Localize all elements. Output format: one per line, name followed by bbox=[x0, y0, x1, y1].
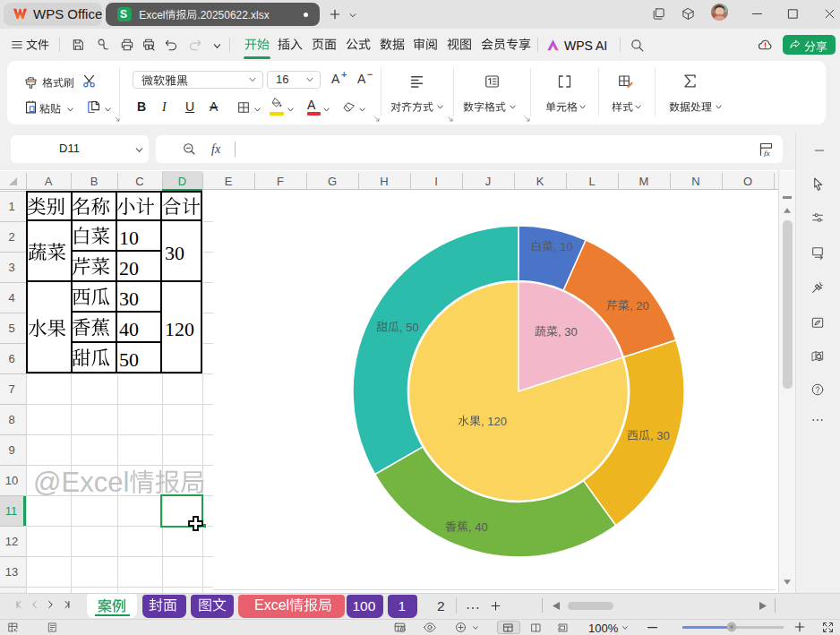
svg-text:.20250622.xlsx: .20250622.xlsx bbox=[197, 9, 269, 21]
svg-text:, 40: , 40 bbox=[468, 520, 488, 534]
svg-text:, 20: , 20 bbox=[630, 299, 649, 313]
svg-text:@Excel: @Excel bbox=[33, 467, 129, 498]
svg-text:, 30: , 30 bbox=[558, 325, 578, 339]
svg-text:, 10: , 10 bbox=[553, 240, 573, 253]
svg-text:, 120: , 120 bbox=[481, 415, 507, 428]
svg-text:Excel: Excel bbox=[254, 597, 289, 613]
svg-text:Excel: Excel bbox=[139, 9, 165, 21]
svg-text:, 50: , 50 bbox=[399, 321, 419, 334]
svg-text:fx: fx bbox=[764, 149, 771, 157]
svg-text:, 30: , 30 bbox=[650, 429, 670, 442]
